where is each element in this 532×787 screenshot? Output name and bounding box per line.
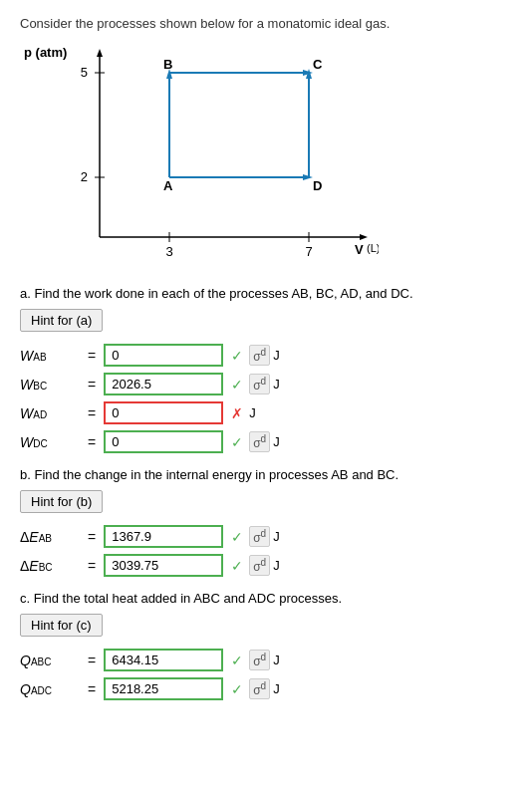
svg-text:V: V (355, 242, 364, 257)
svg-text:3: 3 (165, 244, 172, 259)
sigma-wdc[interactable]: σd (249, 431, 270, 452)
unit-qabc: J (273, 653, 280, 667)
section-c-rows: QABC = ✓ σd J QADC = ✓ σd J (20, 649, 512, 700)
check-debc: ✓ (231, 558, 243, 574)
sigma-qadc[interactable]: σd (249, 678, 270, 699)
check-qadc: ✓ (231, 681, 243, 697)
check-deab: ✓ (231, 529, 243, 545)
formula-row-wbc: WBC = ✓ σd J (20, 373, 512, 395)
svg-text:D: D (313, 178, 322, 193)
graph-svg: 5 2 3 7 V (L) (60, 43, 379, 272)
label-wab: WAB (20, 348, 80, 364)
input-deab[interactable] (104, 525, 223, 548)
svg-marker-3 (360, 234, 368, 240)
svg-marker-1 (97, 49, 103, 57)
check-qabc: ✓ (231, 653, 243, 668)
formula-row-deab: ΔEAB = ✓ σd J (20, 525, 512, 548)
unit-wbc: J (273, 377, 280, 392)
sigma-wab[interactable]: σd (249, 345, 270, 366)
check-wab: ✓ (231, 348, 243, 364)
formula-row-qabc: QABC = ✓ σd J (20, 649, 512, 671)
label-qabc: QABC (20, 653, 80, 668)
unit-deab: J (273, 529, 280, 544)
label-debc: ΔEBC (20, 558, 80, 574)
input-qabc[interactable] (104, 649, 223, 671)
label-wdc: WDC (20, 434, 80, 450)
input-wad[interactable] (104, 401, 223, 424)
label-wad: WAD (20, 405, 80, 421)
formula-row-wad: WAD = ✗ J (20, 401, 512, 424)
sigma-deab[interactable]: σd (249, 526, 270, 547)
section-a-rows: WAB = ✓ σd J WBC = ✓ σd J WAD = ✗ J WDC … (20, 344, 512, 453)
formula-row-wab: WAB = ✓ σd J (20, 344, 512, 367)
hint-b-button[interactable]: Hint for (b) (20, 490, 103, 513)
section-b-question: b. Find the change in the internal energ… (20, 467, 512, 482)
check-wdc: ✓ (231, 434, 243, 450)
unit-qadc: J (273, 681, 280, 696)
input-wab[interactable] (104, 344, 223, 367)
unit-wad: J (249, 405, 256, 420)
svg-text:5: 5 (81, 65, 88, 80)
cross-wad: ✗ (231, 405, 243, 421)
check-wbc: ✓ (231, 377, 243, 393)
svg-text:C: C (313, 57, 323, 72)
hint-c-button[interactable]: Hint for (c) (20, 614, 103, 637)
label-qadc: QADC (20, 681, 80, 697)
section-b-rows: ΔEAB = ✓ σd J ΔEBC = ✓ σd J (20, 525, 512, 577)
svg-text:A: A (163, 178, 173, 193)
svg-text:7: 7 (305, 244, 312, 259)
svg-text:(L): (L) (367, 242, 379, 254)
intro-text: Consider the processes shown below for a… (20, 16, 512, 31)
unit-debc: J (273, 558, 280, 573)
label-wbc: WBC (20, 377, 80, 393)
sigma-qabc[interactable]: σd (249, 650, 270, 670)
label-deab: ΔEAB (20, 529, 80, 545)
input-wdc[interactable] (104, 430, 223, 453)
input-wbc[interactable] (104, 373, 223, 395)
unit-wdc: J (273, 434, 280, 449)
svg-text:2: 2 (81, 169, 88, 184)
formula-row-qadc: QADC = ✓ σd J (20, 677, 512, 700)
formula-row-wdc: WDC = ✓ σd J (20, 430, 512, 453)
sigma-wbc[interactable]: σd (249, 374, 270, 394)
input-debc[interactable] (104, 554, 223, 577)
input-qadc[interactable] (104, 677, 223, 700)
hint-a-button[interactable]: Hint for (a) (20, 309, 103, 332)
svg-text:B: B (163, 57, 172, 72)
formula-row-debc: ΔEBC = ✓ σd J (20, 554, 512, 577)
sigma-debc[interactable]: σd (249, 555, 270, 576)
section-a-question: a. Find the work done in each of the pro… (20, 286, 512, 301)
unit-wab: J (273, 348, 280, 363)
section-c-question: c. Find the total heat added in ABC and … (20, 591, 512, 606)
